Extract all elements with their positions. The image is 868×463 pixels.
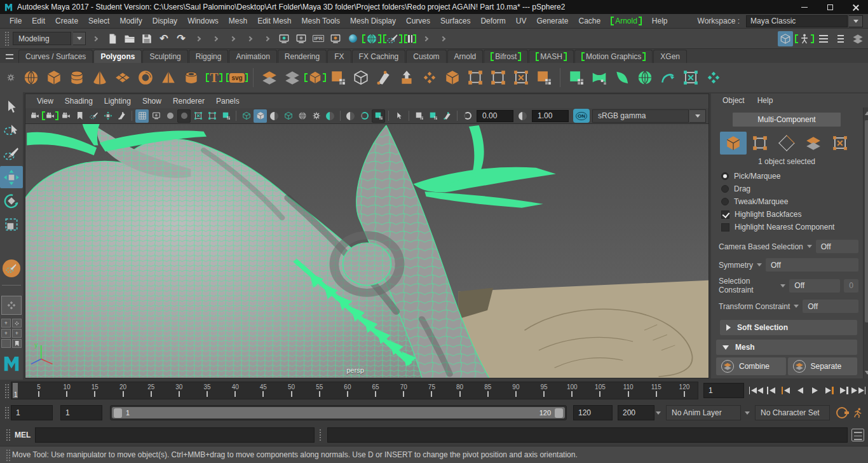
workspace-dropdown-caret[interactable] [849,15,863,27]
select-camera-button[interactable] [28,109,41,123]
grease-pencil-button[interactable] [115,109,128,123]
menu-mesh-display[interactable]: Mesh Display [346,14,400,28]
subdiv-proxy-button[interactable] [281,66,303,89]
render-current-frame-button[interactable] [294,31,309,46]
radio-pick-marquee[interactable]: Pick/Marquee [711,170,862,183]
close-button[interactable] [843,0,868,14]
undo-button[interactable]: ↶ [156,31,172,46]
delete-edge-button[interactable] [680,66,702,89]
poly-sphere-button[interactable] [20,66,42,89]
chevron-down-icon[interactable] [745,411,750,415]
smooth-shade-mode-button[interactable] [254,109,267,123]
timeline-ruler[interactable]: 1 5 10 15 20 25 30 35 40 45 50 55 60 65 … [11,382,698,399]
poly-pyramid-button[interactable] [158,66,179,89]
menu-mesh[interactable]: Mesh [224,14,252,28]
splitter-handle[interactable] [318,428,322,442]
menu-select[interactable]: Select [84,14,114,28]
menu-modify[interactable]: Modify [115,14,146,28]
menu-arnold[interactable]: Arnold [606,14,646,28]
collapsed-group-chevron[interactable] [423,36,428,41]
selection-constraint-count[interactable]: 0 [844,279,858,293]
script-editor-icon[interactable] [851,429,864,441]
edge-mode-button[interactable] [773,132,800,155]
go-to-start-button[interactable] [749,382,763,399]
grid-toggle-button[interactable] [135,109,149,123]
collapsed-group-chevron[interactable] [196,36,201,41]
workspace-dropdown[interactable]: Maya Classic [746,15,848,27]
cube-wire-button[interactable] [350,66,372,89]
layout-four-pane-button[interactable]: + [1,319,11,328]
menu-create[interactable]: Create [51,14,83,28]
poly-cylinder-button[interactable] [66,66,88,89]
lock-camera-button[interactable] [42,111,58,120]
collapsed-group-chevron[interactable] [213,36,218,41]
menu-deform[interactable]: Deform [476,14,510,28]
insert-edge-loop-button[interactable] [465,66,486,89]
command-output[interactable] [327,427,848,443]
checkbox-highlight-backfaces[interactable]: Highlight Backfaces [711,208,862,221]
mesh-section-header[interactable]: Mesh [716,340,857,355]
scale-tool-button[interactable] [0,213,23,235]
wireframe-mode-button[interactable] [240,109,253,123]
chevron-down-icon[interactable] [757,263,762,266]
menu-cache[interactable]: Cache [574,14,605,28]
image-plane-attrs-button[interactable] [440,109,454,123]
svg-tool-button[interactable]: svg [226,66,248,89]
viewport-menu-panels[interactable]: Panels [211,97,245,106]
shelf-tab-bifrost[interactable]: Bifrost [484,50,528,63]
maximize-button[interactable] [817,0,843,14]
multi-mode-button[interactable] [827,132,853,155]
attribute-editor-toggle-button[interactable] [833,31,848,46]
drag-handle[interactable] [4,31,10,46]
redo-button[interactable]: ↷ [173,31,189,46]
wireframe-on-shaded-button[interactable] [268,109,281,123]
checkbox-highlight-nearest-component[interactable]: Highlight Nearest Component [711,221,862,233]
type-tool-button[interactable]: T [203,66,225,89]
exposure-icon[interactable] [461,109,474,123]
save-scene-button[interactable] [139,31,154,46]
lighting-toggle-button[interactable] [309,109,323,123]
playback-end-field[interactable]: 120 [573,405,613,420]
render-settings-button[interactable] [328,31,343,46]
toolkit-menu-help[interactable]: Help [752,96,778,105]
view-transform-caret[interactable] [689,109,706,123]
drag-handle[interactable] [5,448,11,461]
mirror-button[interactable] [304,66,326,89]
rotate-tool-button[interactable] [0,190,23,212]
transform-constraint-value[interactable]: Off [803,300,858,313]
smooth-button[interactable] [259,66,280,89]
paint-select-tool-button[interactable] [0,142,23,165]
move-tool-button[interactable] [0,166,23,188]
poly-torus-button[interactable] [135,66,156,89]
open-scene-button[interactable] [122,31,137,46]
shelf-tab-sculpting[interactable]: Sculpting [142,50,187,63]
multi-cut-button[interactable] [419,66,440,89]
boolean-union-button[interactable] [566,66,587,89]
chevron-down-icon[interactable] [656,411,661,415]
character-set-dropdown[interactable]: No Character Set [755,405,830,420]
shelf-tab-curves-surfaces[interactable]: Curves / Surfaces [18,50,93,63]
view-transform-dropdown[interactable]: sRGB gamma [592,109,689,123]
quad-draw-button[interactable] [373,66,395,89]
current-frame-field[interactable]: 1 [703,383,744,398]
separate-button[interactable]: Separate [788,357,858,375]
shelf-menu-button[interactable] [1,50,18,63]
ambient-occlusion-button[interactable] [344,109,357,123]
chevron-down-icon[interactable] [794,305,799,308]
scrollbar-thumb[interactable] [865,120,868,322]
symmetry-value[interactable]: Off [766,258,858,272]
poly-cube-button[interactable] [43,66,65,89]
playback-start-field[interactable]: 1 [60,405,102,420]
shadows-toggle-button[interactable] [323,109,337,123]
snapshot-button[interactable] [412,109,426,123]
step-back-key-button[interactable] [778,382,792,399]
scroll-down-icon[interactable] [865,371,868,375]
character-controls-toggle-button[interactable] [795,33,814,45]
exposure-field[interactable]: 0.00 [477,110,513,122]
camera-attributes-button[interactable] [59,109,72,123]
camera-based-selection-value[interactable]: Off [816,240,858,253]
menu-uv[interactable]: UV [512,14,531,28]
scene-render-view-button[interactable] [426,109,440,123]
collapsed-group-chevron[interactable] [230,36,235,41]
shelf-tab-arnold[interactable]: Arnold [447,50,484,63]
